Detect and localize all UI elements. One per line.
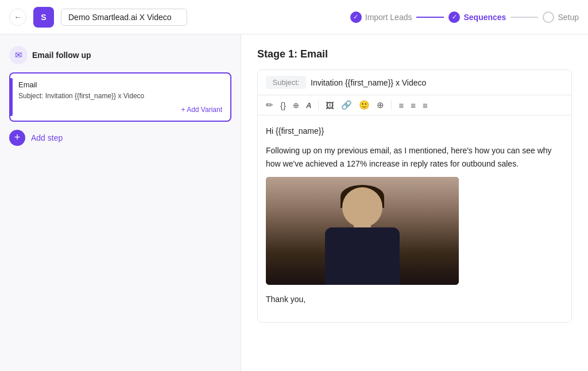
add-step-icon: + xyxy=(9,130,25,146)
app-icon: S xyxy=(33,7,54,28)
email-icon: ✉ xyxy=(9,46,28,64)
toolbar-code-icon[interactable]: {} xyxy=(280,101,286,110)
add-variant-button[interactable]: + Add Variant xyxy=(181,106,223,114)
step-divider-2 xyxy=(510,17,538,18)
person-body xyxy=(325,227,400,285)
step-sequences[interactable]: ✓ Sequences xyxy=(448,11,506,23)
email-card[interactable]: Email Subject: Invitation {{first_name}}… xyxy=(9,72,231,122)
toolbar-edit-icon[interactable]: ✏ xyxy=(266,100,273,110)
section-header: ✉ Email follow up xyxy=(9,46,231,64)
email-editor: Subject: Invitation {{first_name}} x Vid… xyxy=(257,69,572,323)
section-title: Email follow up xyxy=(32,51,91,60)
card-accent xyxy=(10,78,13,116)
email-subject: Subject: Invitation {{first_name}} x Vid… xyxy=(18,91,222,101)
step-sequences-icon: ✓ xyxy=(448,11,460,23)
toolbar-align-center-icon[interactable]: ≡ xyxy=(411,101,416,110)
add-step-label: Add step xyxy=(31,133,63,142)
body-main-text: Following up on my previous email, as I … xyxy=(266,144,563,170)
add-step-row[interactable]: + Add step xyxy=(9,130,231,146)
step-setup[interactable]: Setup xyxy=(543,11,579,23)
step-divider-1 xyxy=(416,17,444,18)
left-panel: ✉ Email follow up Email Subject: Invitat… xyxy=(0,34,241,371)
subject-value: Invitation {{first_name}} x Videco xyxy=(311,78,426,87)
back-button[interactable]: ← xyxy=(9,9,26,26)
person-figure xyxy=(305,187,420,285)
toolbar-divider-2 xyxy=(391,100,392,110)
email-type: Email xyxy=(18,80,222,89)
step-setup-label: Setup xyxy=(558,13,579,22)
video-thumbnail[interactable] xyxy=(266,177,459,285)
add-variant-container: + Add Variant xyxy=(18,106,222,114)
step-import-leads-icon: ✓ xyxy=(350,11,362,23)
campaign-name-input[interactable] xyxy=(61,9,187,26)
toolbar-font-icon[interactable]: A xyxy=(306,101,311,110)
header: ← S ✓ Import Leads ✓ Sequences Setup xyxy=(0,0,588,34)
toolbar-align-left-icon[interactable]: ≡ xyxy=(399,101,404,110)
step-setup-icon xyxy=(543,11,554,23)
subject-label: Subject: xyxy=(266,76,306,89)
body-closing: Thank you, xyxy=(266,293,563,306)
body-greeting: Hi {{first_name}} xyxy=(266,125,563,137)
subject-row: Subject: Invitation {{first_name}} x Vid… xyxy=(258,70,571,95)
step-sequences-label: Sequences xyxy=(463,13,506,22)
toolbar-align-right-icon[interactable]: ≡ xyxy=(423,101,428,110)
toolbar-divider-1 xyxy=(318,100,319,110)
step-import-leads[interactable]: ✓ Import Leads xyxy=(350,11,412,23)
toolbar-link-icon[interactable]: 🔗 xyxy=(341,100,352,110)
step-import-leads-label: Import Leads xyxy=(365,13,412,22)
main-content: ✉ Email follow up Email Subject: Invitat… xyxy=(0,34,588,371)
steps-nav: ✓ Import Leads ✓ Sequences Setup xyxy=(350,11,579,23)
toolbar-plus-icon[interactable]: ⊕ xyxy=(377,100,384,110)
editor-body[interactable]: Hi {{first_name}} Following up on my pre… xyxy=(258,115,571,322)
toolbar-layers-icon[interactable]: ⊕ xyxy=(293,101,299,110)
stage-title: Stage 1: Email xyxy=(257,48,572,60)
person-neck xyxy=(354,217,371,229)
right-panel: Stage 1: Email Subject: Invitation {{fir… xyxy=(241,34,588,371)
toolbar-emoji-icon[interactable]: 🙂 xyxy=(359,100,370,110)
editor-toolbar: ✏ {} ⊕ A 🖼 🔗 🙂 ⊕ ≡ ≡ ≡ xyxy=(258,95,571,115)
toolbar-image-icon[interactable]: 🖼 xyxy=(326,101,334,110)
